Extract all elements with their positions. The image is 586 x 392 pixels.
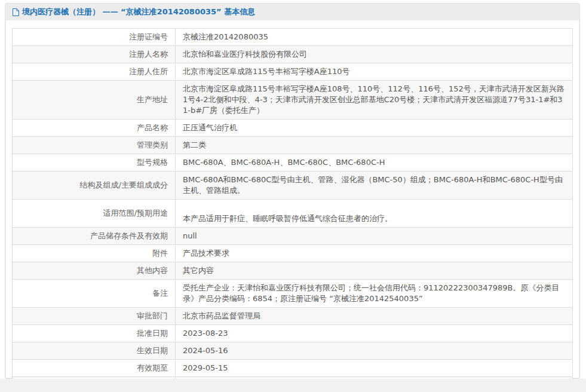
table-row: 适用范围/预期用途 本产品适用于鼾症、睡眠呼吸暂停低通气综合征患者的治疗。 xyxy=(13,200,573,228)
table-row: 生效日期2024-05-16 xyxy=(13,342,573,360)
page-header: 境内医疗器械（注册） —— “京械注准20142080035” 基本信息 xyxy=(5,4,579,20)
row-label: 结构及组成/主要组成成分 xyxy=(13,172,176,200)
row-value: null xyxy=(176,228,573,245)
row-value: 本产品适用于鼾症、睡眠呼吸暂停低通气综合征患者的治疗。 xyxy=(176,200,573,228)
row-label: 其他内容 xyxy=(13,262,176,280)
row-label: 注册人住所 xyxy=(13,63,176,81)
info-table-body: 注册证编号京械注准20142080035注册人名称北京怡和嘉业医疗科技股份有限公… xyxy=(13,29,573,392)
row-label: 注册证编号 xyxy=(13,29,176,46)
row-value: 北京怡和嘉业医疗科技股份有限公司 xyxy=(176,46,573,63)
row-label: 生产地址 xyxy=(13,81,176,120)
document-icon xyxy=(12,8,20,17)
table-row: 型号规格BMC-680A、BMC-680A-H、BMC-680C、BMC-680… xyxy=(13,154,573,172)
row-value: 北京市药品监督管理局 xyxy=(176,308,573,325)
row-label: 附件 xyxy=(13,245,176,262)
page-background-strip xyxy=(0,379,586,392)
registration-info-panel: 境内医疗器械（注册） —— “京械注准20142080035” 基本信息 注册证… xyxy=(5,3,580,379)
table-row: 注册人住所北京市海淀区阜成路115号丰裕写字楼A座110号 xyxy=(13,63,573,81)
row-value: 2023-08-23 xyxy=(176,325,573,342)
row-value: 北京市海淀区阜成路115号丰裕写字楼A座110号 xyxy=(176,63,573,81)
row-label: 备注 xyxy=(13,280,176,308)
row-value: 其它内容 xyxy=(176,262,573,280)
row-value: BMC-680A、BMC-680A-H、BMC-680C、BMC-680C-H xyxy=(176,154,573,172)
row-label: 注册人名称 xyxy=(13,46,176,63)
table-row: 结构及组成/主要组成成分BMC-680A和BMC-680C型号由主机、管路、湿化… xyxy=(13,172,573,200)
table-row: 注册证编号京械注准20142080035 xyxy=(13,29,573,46)
table-row: 有效期至2029-05-15 xyxy=(13,360,573,377)
table-row: 其他内容其它内容 xyxy=(13,262,573,280)
table-row: 产品储存条件及有效期null xyxy=(13,228,573,245)
row-value: BMC-680A和BMC-680C型号由主机、管路、湿化器（BMC-50）组成；… xyxy=(176,172,573,200)
table-row: 管理类别第二类 xyxy=(13,137,573,154)
info-table: 注册证编号京械注准20142080035注册人名称北京怡和嘉业医疗科技股份有限公… xyxy=(12,28,573,392)
row-label: 适用范围/预期用途 xyxy=(13,200,176,228)
row-label: 型号规格 xyxy=(13,154,176,172)
row-label: 批准日期 xyxy=(13,325,176,342)
row-label: 有效期至 xyxy=(13,360,176,377)
row-value: 2024-05-16 xyxy=(176,342,573,360)
table-row: 附件产品技术要求 xyxy=(13,245,573,262)
row-value: 正压通气治疗机 xyxy=(176,120,573,137)
panel-body: 注册证编号京械注准20142080035注册人名称北京怡和嘉业医疗科技股份有限公… xyxy=(6,20,579,378)
table-row: 产品名称正压通气治疗机 xyxy=(13,120,573,137)
table-row: 注册人名称北京怡和嘉业医疗科技股份有限公司 xyxy=(13,46,573,63)
table-row: 批准日期2023-08-23 xyxy=(13,325,573,342)
row-label: 审批部门 xyxy=(13,308,176,325)
row-label: 产品储存条件及有效期 xyxy=(13,228,176,245)
row-value: 京械注准20142080035 xyxy=(176,29,573,46)
row-value: 第二类 xyxy=(176,137,573,154)
table-row: 生产地址北京市海淀区阜成路115号丰裕写字楼A座108号、110号、112号、1… xyxy=(13,81,573,120)
row-value: 2029-05-15 xyxy=(176,360,573,377)
row-label: 管理类别 xyxy=(13,137,176,154)
row-value: 受托生产企业：天津怡和嘉业医疗科技有限公司；统一社会信用代码：911202223… xyxy=(176,280,573,308)
row-label: 生效日期 xyxy=(13,342,176,360)
row-value: 北京市海淀区阜成路115号丰裕写字楼A座108号、110号、112号、116号、… xyxy=(176,81,573,120)
row-label: 产品名称 xyxy=(13,120,176,137)
table-row: 审批部门北京市药品监督管理局 xyxy=(13,308,573,325)
table-row: 备注受托生产企业：天津怡和嘉业医疗科技有限公司；统一社会信用代码：9112022… xyxy=(13,280,573,308)
page-title: 境内医疗器械（注册） —— “京械注准20142080035” 基本信息 xyxy=(22,7,255,17)
row-value: 产品技术要求 xyxy=(176,245,573,262)
